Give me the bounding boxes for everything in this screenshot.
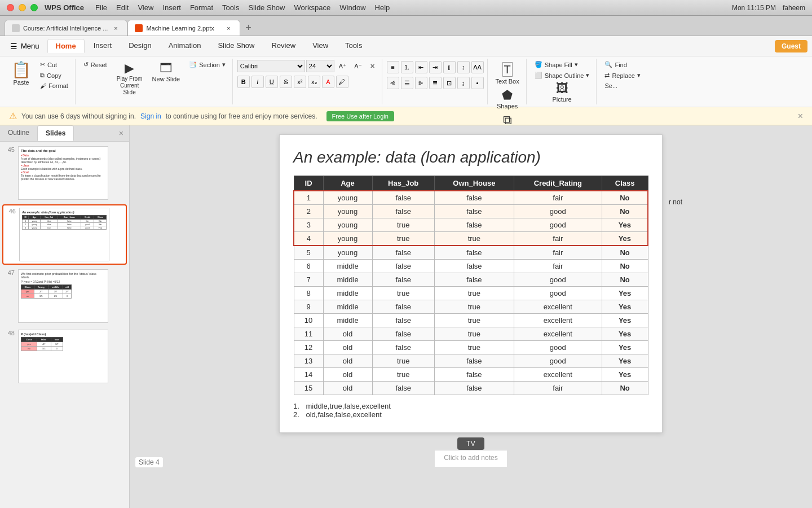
shape-fill-button[interactable]: 🪣 Shape Fill ▾ (531, 60, 593, 69)
textbox-button[interactable]: T Text Box (492, 60, 523, 87)
tab-animation[interactable]: Animation (161, 39, 209, 53)
font-family-select[interactable]: Calibri (237, 60, 305, 72)
browser-tab-1[interactable]: Course: Artificial Intelligence ... × (5, 20, 127, 36)
cut-button[interactable]: ✂ Cut (37, 60, 72, 69)
menu-view[interactable]: View (138, 3, 153, 12)
decrease-indent-button[interactable]: ⇤ (415, 61, 427, 73)
increase-font-button[interactable]: A⁺ (336, 62, 350, 71)
section-button[interactable]: 📑 Section ▾ (186, 60, 229, 69)
tab-slideshow[interactable]: Slide Show (210, 39, 262, 53)
tab-design[interactable]: Design (121, 39, 159, 53)
align-right-button[interactable]: ⫸ (415, 77, 427, 89)
shapes-button[interactable]: ⬟ Shapes (493, 87, 521, 112)
slide-item-46[interactable]: 46 An example: data (loan application) I… (2, 204, 127, 265)
replace-dropdown: ▾ (637, 72, 641, 79)
new-slide-button[interactable]: 🗔 New Slide (149, 60, 184, 85)
menu-tools[interactable]: Tools (222, 3, 239, 12)
browser-tab-2[interactable]: Machine Learning 2.pptx × (127, 20, 240, 36)
maximize-window-button[interactable] (30, 4, 38, 11)
copy-icon: ⧉ (40, 72, 45, 79)
reset-button[interactable]: ↺ Reset (80, 60, 111, 69)
search-button[interactable]: Se... (601, 81, 643, 90)
highlight-button[interactable]: 🖊 (336, 76, 348, 88)
menu-workspace[interactable]: Workspace (294, 3, 330, 12)
slide-number-45: 45 (5, 146, 15, 153)
copy-button[interactable]: ⧉ Copy (37, 71, 72, 80)
slide-item-45[interactable]: 45 The data and the goal • Data A set of… (2, 144, 127, 202)
ribbon-group-drawing: 🪣 Shape Fill ▾ ⬜ Shape Outline ▾ 🖼 Pictu… (528, 59, 597, 104)
menu-format[interactable]: Format (190, 3, 213, 12)
bullets-button[interactable]: ≡ (387, 61, 399, 73)
slide-title: An example: data (loan application) (293, 148, 648, 167)
slide-canvas: An example: data (loan application) ID A… (279, 134, 663, 433)
font-color-button[interactable]: A (322, 76, 334, 88)
close-window-button[interactable] (7, 4, 14, 11)
panel-close-button[interactable]: × (113, 125, 129, 141)
tab-close-1[interactable]: × (111, 24, 120, 33)
numbered-list-button[interactable]: 1. (401, 61, 413, 73)
notification-close-button[interactable]: × (798, 111, 803, 121)
line-spacing-button[interactable]: ↕ (457, 61, 470, 73)
table-row: 11oldfalsetrueexcellentYes (294, 327, 648, 341)
slides-tab[interactable]: Slides (37, 125, 74, 141)
tab-close-2[interactable]: × (224, 24, 233, 33)
minimize-window-button[interactable] (19, 4, 26, 11)
table-row: 10middlefalsetrueexcellentYes (294, 314, 648, 327)
underline-button[interactable]: U (266, 76, 278, 88)
text-direction-button[interactable]: AA (471, 61, 484, 73)
col-header-hasjob: Has_Job (372, 176, 434, 191)
subscript-button[interactable]: x₂ (308, 76, 320, 88)
tab-bar-right: Guest (775, 40, 807, 52)
menu-file[interactable]: File (95, 3, 107, 12)
tab-home[interactable]: Home (47, 39, 85, 53)
play-from-current-button[interactable]: ▶ Play From Current Slide (113, 60, 147, 98)
section-icon: 📑 (189, 61, 197, 68)
superscript-button[interactable]: x² (294, 76, 306, 88)
increase-indent-button[interactable]: ⇥ (429, 61, 442, 73)
table-row: 14oldtruefalseexcellentYes (294, 368, 648, 382)
font-size-select[interactable]: 24 (306, 60, 334, 72)
menu-window[interactable]: Window (339, 3, 365, 12)
tab-tools[interactable]: Tools (337, 39, 370, 53)
picture-button[interactable]: 🖼 Picture (549, 80, 575, 105)
justify-button[interactable]: ≣ (429, 77, 442, 89)
menu-slideshow[interactable]: Slide Show (248, 3, 285, 12)
tab-review[interactable]: Review (264, 39, 304, 53)
sign-in-link[interactable]: Sign in (140, 112, 161, 120)
align-center-button[interactable]: ☰ (401, 77, 413, 89)
wps-tab-bar: ☰ Menu Home Insert Design Animation Slid… (0, 36, 812, 56)
shape-outline-button[interactable]: ⬜ Shape Outline ▾ (531, 71, 593, 80)
bold-button[interactable]: B (237, 76, 250, 88)
italic-button[interactable]: I (251, 76, 264, 88)
notes-area[interactable]: Click to add notes (435, 450, 506, 467)
strikethrough-button[interactable]: S (280, 76, 292, 88)
align-left-button[interactable]: ⫷ (387, 77, 399, 89)
format-button[interactable]: 🖌 Format (37, 81, 72, 90)
free-login-button[interactable]: Free Use after Login (326, 111, 394, 121)
tab-view[interactable]: View (304, 39, 336, 53)
guest-button[interactable]: Guest (775, 40, 807, 52)
notes-placeholder: Click to add notes (444, 454, 497, 462)
slide-item-48[interactable]: 48 P (has|old Class) Classfalsetrue yes4… (2, 327, 127, 386)
menu-button[interactable]: ☰ Menu (5, 40, 45, 53)
outline-tab[interactable]: Outline (0, 125, 37, 141)
play-label: Play From Current Slide (116, 76, 143, 96)
paste-button[interactable]: 📋 Paste (8, 60, 34, 88)
decrease-font-button[interactable]: A⁻ (351, 62, 365, 71)
replace-button[interactable]: ⇄ Replace ▾ (601, 71, 643, 80)
notification-bar: ⚠ You can use 6 days without signing in.… (0, 107, 812, 125)
line-spacing2-button[interactable]: ↨ (457, 77, 470, 89)
tab-insert[interactable]: Insert (86, 39, 120, 53)
menu-insert[interactable]: Insert (162, 3, 181, 12)
table-row: 13oldtruefalsegoodYes (294, 354, 648, 368)
ribbon-group-clipboard: 📋 Paste ✂ Cut ⧉ Copy 🖌 Format (5, 59, 76, 104)
find-button[interactable]: 🔍 Find (601, 60, 643, 69)
menu-help[interactable]: Help (375, 3, 390, 12)
slide-item-47[interactable]: 47 We first estimate prior probabilities… (2, 267, 127, 325)
bullet-color-button[interactable]: • (471, 77, 484, 89)
text-columns-button[interactable]: ⊡ (443, 77, 456, 89)
columns-button[interactable]: ⫿ (443, 61, 456, 73)
new-tab-button[interactable]: + (240, 20, 256, 36)
menu-edit[interactable]: Edit (116, 3, 129, 12)
clear-format-button[interactable]: ✕ (367, 62, 378, 71)
